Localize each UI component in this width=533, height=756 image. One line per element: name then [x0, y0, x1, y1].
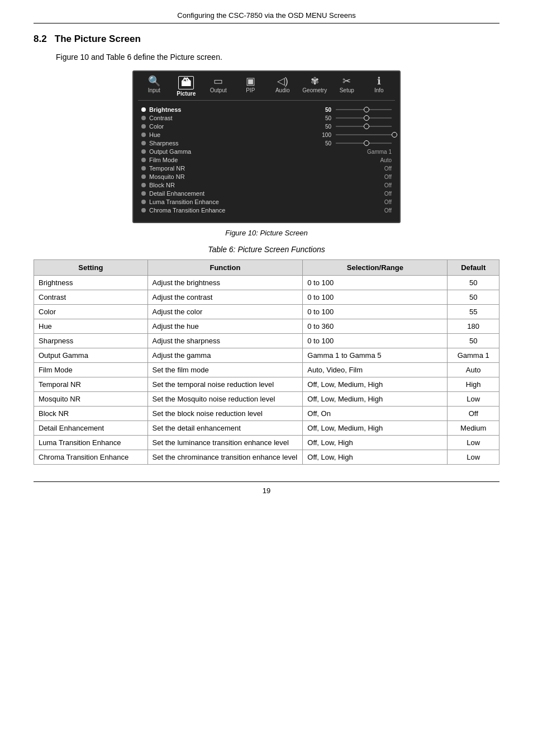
osd-row: Luma Transition Enhance Off: [141, 199, 392, 205]
osd-row-value: 50: [312, 140, 331, 147]
table-cell-3-2: 0 to 360: [303, 319, 448, 334]
osd-tab-info: ℹInfo: [365, 76, 393, 97]
osd-slider: [336, 126, 392, 127]
table-header: SettingFunctionSelection/RangeDefault: [34, 260, 499, 276]
table-cell-11-1: Set the luminance transition enhance lev…: [147, 436, 303, 450]
table-row: Luma Transition EnhanceSet the luminance…: [34, 436, 499, 450]
table-cell-9-3: Off: [448, 407, 499, 421]
osd-tab-setup: ✂Setup: [333, 76, 361, 97]
table-cell-5-0: Output Gamma: [34, 348, 148, 363]
osd-row-right-value: Auto: [364, 157, 392, 163]
table-cell-6-1: Set the film mode: [147, 363, 303, 377]
picture-screen-table: SettingFunctionSelection/RangeDefault Br…: [34, 259, 499, 465]
table-header-cell-3: Default: [448, 260, 499, 276]
tab-icon: 🔍: [148, 76, 160, 86]
table-cell-12-2: Off, Low, High: [303, 450, 448, 465]
table-cell-10-1: Set the detail enhancement: [147, 421, 303, 436]
tab-icon: ✂: [342, 76, 351, 86]
osd-row-label: Hue: [149, 131, 312, 138]
table-row: Detail EnhancementSet the detail enhance…: [34, 421, 499, 436]
table-header-cell-0: Setting: [34, 260, 148, 276]
table-cell-10-0: Detail Enhancement: [34, 421, 148, 436]
osd-row-right-value: Off: [364, 182, 392, 188]
table-caption: Table 6: Picture Screen Functions: [34, 245, 499, 254]
osd-bullet: [141, 107, 146, 112]
table-cell-11-0: Luma Transition Enhance: [34, 436, 148, 450]
osd-row: Film Mode Auto: [141, 157, 392, 163]
tab-icon: ▭: [213, 76, 223, 86]
tab-label: Geometry: [302, 87, 327, 93]
osd-row-label: Output Gamma: [149, 148, 359, 155]
osd-row: Temporal NR Off: [141, 165, 392, 172]
osd-row-label: Brightness: [149, 106, 312, 113]
osd-row-label: Color: [149, 123, 312, 130]
tab-icon: ✾: [311, 76, 319, 86]
osd-row-value: 50: [312, 107, 331, 113]
table-cell-8-2: Off, Low, Medium, High: [303, 392, 448, 407]
table-row: Block NRSet the block noise reduction le…: [34, 407, 499, 421]
osd-tab-input: 🔍Input: [140, 76, 168, 97]
table-cell-7-0: Temporal NR: [34, 377, 148, 392]
table-cell-0-3: 50: [448, 276, 499, 290]
osd-bullet: [141, 116, 146, 120]
table-row: Temporal NRSet the temporal noise reduct…: [34, 377, 499, 392]
osd-row-label: Temporal NR: [149, 165, 359, 172]
table-row: BrightnessAdjust the brightness0 to 1005…: [34, 276, 499, 290]
figure-caption: Figure 10: Picture Screen: [34, 229, 499, 237]
table-cell-5-2: Gamma 1 to Gamma 5: [303, 348, 448, 363]
table-cell-0-0: Brightness: [34, 276, 148, 290]
table-header-row: SettingFunctionSelection/RangeDefault: [34, 260, 499, 276]
table-cell-12-1: Set the chrominance transition enhance l…: [147, 450, 303, 465]
osd-bullet: [141, 149, 146, 154]
page-number: 19: [263, 486, 270, 495]
osd-row-right-value: Off: [364, 191, 392, 197]
osd-screenshot: 🔍Input🏔Picture▭Output▣PIP◁)Audio✾Geometr…: [132, 70, 401, 223]
table-cell-2-2: 0 to 100: [303, 305, 448, 319]
tab-icon: ◁): [277, 76, 288, 86]
tab-label: Input: [148, 87, 160, 93]
osd-row-label: Chroma Transition Enhance: [149, 207, 359, 214]
table-cell-11-2: Off, Low, High: [303, 436, 448, 450]
table-cell-11-3: Low: [448, 436, 499, 450]
table-cell-7-3: High: [448, 377, 499, 392]
tab-icon: ℹ: [377, 76, 381, 86]
osd-tab-pip: ▣PIP: [236, 76, 264, 97]
tab-label: Output: [210, 87, 227, 93]
table-cell-2-1: Adjust the color: [147, 305, 303, 319]
osd-row: Color 50: [141, 123, 392, 130]
osd-tab-geometry: ✾Geometry: [301, 76, 329, 97]
osd-row-value: 50: [312, 115, 331, 121]
osd-row-right-value: Off: [364, 166, 392, 172]
page-footer: 19: [34, 481, 499, 495]
osd-slider: [336, 109, 392, 110]
table-row: SharpnessAdjust the sharpness0 to 10050: [34, 334, 499, 348]
osd-bullet: [141, 183, 146, 187]
table-row: Chroma Transition EnhanceSet the chromin…: [34, 450, 499, 465]
page-header: Configuring the CSC-7850 via the OSD MEN…: [34, 11, 499, 23]
table-cell-3-3: 180: [448, 319, 499, 334]
osd-row: Contrast 50: [141, 115, 392, 121]
table-body: BrightnessAdjust the brightness0 to 1005…: [34, 276, 499, 465]
table-cell-6-0: Film Mode: [34, 363, 148, 377]
table-cell-6-2: Auto, Video, Film: [303, 363, 448, 377]
header-title: Configuring the CSC-7850 via the OSD MEN…: [177, 11, 355, 20]
table-header-cell-1: Function: [147, 260, 303, 276]
osd-bullet: [141, 133, 146, 137]
osd-tab-output: ▭Output: [204, 76, 232, 97]
table-row: ColorAdjust the color0 to 10055: [34, 305, 499, 319]
osd-bullet: [141, 141, 146, 145]
osd-row-value: 100: [312, 132, 331, 138]
table-cell-12-3: Low: [448, 450, 499, 465]
table-row: Film ModeSet the film modeAuto, Video, F…: [34, 363, 499, 377]
osd-row-right-value: Gamma 1: [364, 149, 392, 155]
osd-row-right-value: Off: [364, 199, 392, 205]
table-cell-9-2: Off, On: [303, 407, 448, 421]
tab-label: Picture: [177, 91, 196, 97]
osd-bullet: [141, 200, 146, 204]
table-cell-10-2: Off, Low, Medium, High: [303, 421, 448, 436]
table-cell-6-3: Auto: [448, 363, 499, 377]
table-cell-5-3: Gamma 1: [448, 348, 499, 363]
osd-row: Brightness 50: [141, 106, 392, 113]
table-cell-9-1: Set the block noise reduction level: [147, 407, 303, 421]
tab-label: Audio: [275, 87, 290, 93]
